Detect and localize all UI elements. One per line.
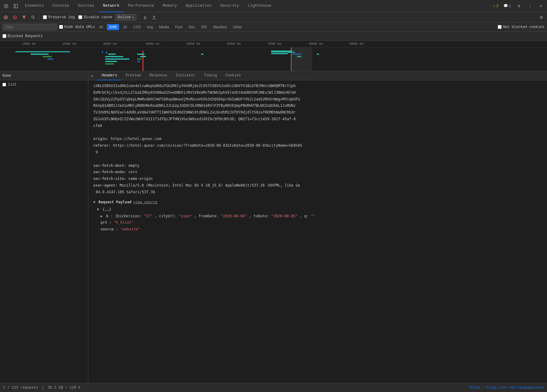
- timeline-content: [0, 47, 547, 71]
- disable-cache-checkbox[interactable]: Disable cache: [77, 15, 114, 19]
- search-btn[interactable]: [29, 13, 37, 21]
- tab-performance[interactable]: Performance: [124, 0, 158, 12]
- header-origin: origin: https://hotel.qunar.com: [93, 136, 542, 142]
- tab-security[interactable]: Security: [216, 0, 243, 12]
- filter-ws[interactable]: WS: [199, 24, 209, 30]
- timeline-bar-14: [137, 58, 142, 60]
- timeline-area[interactable]: 1000 ms 2000 ms 3000 ms 4000 ms 5000 ms …: [0, 41, 547, 71]
- record-btn[interactable]: [2, 13, 10, 21]
- preserve-log-input[interactable]: [43, 15, 47, 19]
- import-btn[interactable]: [141, 13, 149, 21]
- tab-elements[interactable]: Elements: [21, 0, 48, 12]
- hide-data-urls-checkbox[interactable]: Hide data URLs: [59, 25, 95, 29]
- hide-data-urls-input[interactable]: [59, 25, 63, 29]
- settings-network-btn[interactable]: ⚙: [537, 13, 545, 21]
- filter-media[interactable]: Media: [157, 24, 171, 30]
- toolbar-divider-1: [39, 14, 40, 20]
- header-line-7: cfe8: [93, 123, 542, 129]
- disable-cache-input[interactable]: [78, 15, 82, 19]
- request-payload-section: ▼ Request Payload view source ▼ {,…} ▶ b…: [93, 198, 542, 233]
- filter-icon-btn[interactable]: [20, 13, 28, 21]
- filter-img[interactable]: Img: [145, 24, 155, 30]
- filter-js[interactable]: JS: [121, 24, 129, 30]
- tick-3000: 3000 ms: [103, 42, 117, 46]
- filter-all[interactable]: All: [97, 24, 105, 30]
- tree-root-arrow[interactable]: ▼: [97, 207, 99, 212]
- timeline-bar-18: [271, 53, 288, 54]
- tab-memory[interactable]: Memory: [158, 0, 181, 12]
- timeline-bar-13: [140, 56, 146, 57]
- header-line-6: ZGJvU2FLNHQxQlZIVWx2WUVlU1I1T1dTQzJPTHN1…: [93, 116, 542, 123]
- timeline-bar-2: [30, 54, 49, 55]
- svg-point-3: [5, 16, 7, 18]
- tick-7000: 7000 ms: [267, 42, 281, 46]
- filter-manifest[interactable]: Manifest: [211, 24, 229, 30]
- warning-badge: ⚠ 2: [491, 3, 500, 9]
- preserve-log-checkbox[interactable]: Preserve log: [42, 15, 76, 19]
- devtools-icon[interactable]: [1, 1, 11, 11]
- tree-root-label: {,…}: [102, 207, 111, 212]
- list-row-checkbox[interactable]: [2, 83, 6, 86]
- tab-application[interactable]: Application: [181, 0, 216, 12]
- name-column-label: Name: [2, 74, 11, 78]
- list-row[interactable]: list: [0, 80, 88, 89]
- status-url: https://blog.csdn.net/tangogoooooo: [469, 386, 544, 390]
- close-icon[interactable]: ✕: [536, 1, 546, 11]
- has-blocked-cookies-input[interactable]: [498, 25, 502, 29]
- name-panel: Name list: [0, 71, 88, 383]
- tab-sources[interactable]: Sources: [73, 0, 99, 12]
- tab-response[interactable]: Response: [145, 71, 171, 80]
- tick-4000: 4000 ms: [146, 42, 160, 46]
- view-source-btn[interactable]: view source: [133, 199, 157, 205]
- tree-root: ▼ {,…}: [93, 206, 542, 213]
- blocked-requests-label: Blocked Requests: [8, 34, 43, 38]
- tab-timing[interactable]: Timing: [199, 71, 221, 80]
- tick-5000: 5000 ms: [186, 42, 200, 46]
- header-sec-fetch-site: sec-fetch-site: same-origin: [93, 176, 542, 182]
- tab-cookies[interactable]: Cookies: [221, 71, 245, 80]
- more-icon[interactable]: ⋮: [525, 1, 535, 11]
- detail-content[interactable]: cXBLU3BXU3ZudHk2cmx4elcwNnpGdHduTGk2MXly…: [88, 80, 547, 383]
- message-icon: 💬: [503, 4, 508, 8]
- filter-other[interactable]: Other: [231, 24, 244, 30]
- timeline-scrubber: [291, 47, 291, 71]
- tree-b-arrow[interactable]: ▶: [101, 214, 103, 218]
- header-blank-2: [93, 156, 542, 163]
- filter-xhr[interactable]: XHR: [107, 24, 119, 30]
- header-user-agent: user-agent: Mozilla/5.0 (Macintosh; Inte…: [93, 182, 542, 189]
- svg-point-7: [32, 16, 34, 18]
- tab-preview[interactable]: Preview: [121, 71, 145, 80]
- blocked-requests-input[interactable]: [2, 34, 6, 38]
- tab-headers[interactable]: Headers: [97, 71, 121, 80]
- tab-lighthouse[interactable]: Lighthouse: [243, 0, 276, 12]
- timeline-bar-3: [43, 56, 52, 57]
- tab-network[interactable]: Network: [99, 0, 124, 12]
- header-line-4: RkVpQ1dBM1JJeU1oMHlyRDBVNnRoaDNhL3JLb2pJ…: [93, 103, 542, 109]
- settings-icon[interactable]: ⚙: [514, 1, 524, 11]
- tree-qrt: qrt : "h_hlist": [93, 219, 542, 226]
- timeline-bar-4: [47, 58, 53, 60]
- detail-close-btn[interactable]: ✕: [88, 71, 96, 80]
- throttle-value: Online: [118, 15, 131, 19]
- has-blocked-cookies-checkbox[interactable]: Has blocked cookies: [498, 25, 545, 29]
- payload-arrow[interactable]: ▼: [93, 199, 95, 205]
- tab-initiator[interactable]: Initiator: [171, 71, 199, 80]
- timeline-bar-7: [108, 54, 116, 55]
- blocked-requests-checkbox[interactable]: Blocked Requests: [2, 34, 43, 38]
- timeline-bar-5: [102, 51, 103, 53]
- tab-console[interactable]: Console: [48, 0, 73, 12]
- clear-btn[interactable]: [11, 13, 19, 21]
- filter-css[interactable]: CSS: [131, 24, 143, 30]
- timeline-bar-1: [15, 51, 70, 52]
- filter-input[interactable]: [2, 24, 57, 30]
- throttle-selector[interactable]: Online ▾: [115, 14, 136, 21]
- toggle-sidebar-icon[interactable]: [11, 1, 21, 11]
- timeline-bar-6: [106, 52, 107, 54]
- svg-line-8: [34, 18, 35, 19]
- svg-line-5: [14, 16, 16, 18]
- filter-font[interactable]: Font: [173, 24, 185, 30]
- header-sec-fetch-mode: sec-fetch-mode: cors: [93, 169, 542, 176]
- warning-count: 2: [496, 4, 499, 8]
- export-btn[interactable]: [150, 13, 158, 21]
- filter-doc[interactable]: Doc: [186, 24, 197, 30]
